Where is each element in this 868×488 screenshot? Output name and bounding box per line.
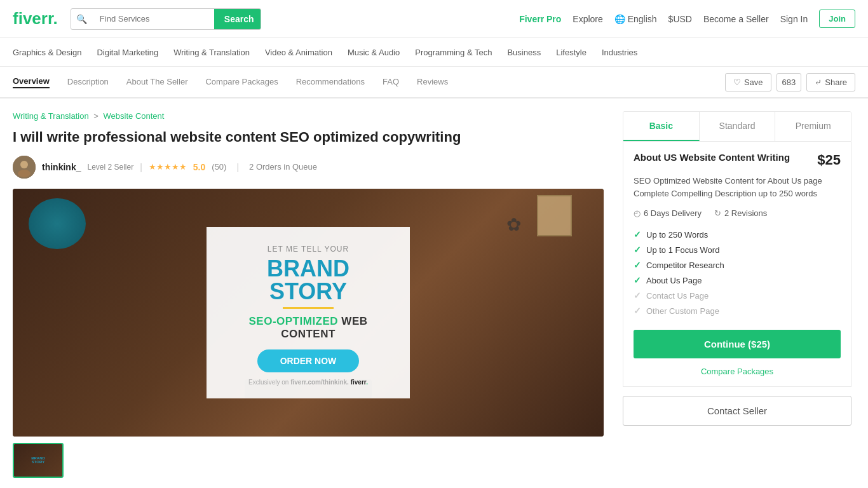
cat-writing[interactable]: Writing & Translation bbox=[173, 48, 250, 57]
package-header: About US Website Content Writing $25 bbox=[634, 152, 841, 168]
thumb-text-1: BRANDSTORY bbox=[31, 456, 45, 464]
rating-value: 5.0 bbox=[193, 162, 205, 172]
check-research: ✓ bbox=[634, 260, 641, 270]
cat-business[interactable]: Business bbox=[507, 48, 541, 57]
tab-premium[interactable]: Premium bbox=[775, 112, 851, 141]
seller-row: thinkink_ Level 2 Seller | ★★★★★ 5.0 (50… bbox=[13, 156, 604, 179]
feature-custom-label: Other Custom Page bbox=[646, 306, 719, 316]
logo-dot: . bbox=[53, 9, 58, 28]
join-button[interactable]: Join bbox=[819, 10, 855, 28]
explore-link[interactable]: Explore bbox=[573, 14, 602, 24]
gig-card-tagline: LET ME TELL YOUR bbox=[229, 245, 387, 254]
language-link[interactable]: 🌐 English bbox=[614, 14, 657, 24]
heart-icon: ♡ bbox=[733, 78, 741, 87]
breadcrumb: Writing & Translation > Website Content bbox=[13, 111, 604, 121]
feature-focus-label: Up to 1 Focus Word bbox=[646, 245, 719, 255]
feature-list: ✓ Up to 250 Words ✓ Up to 1 Focus Word ✓… bbox=[634, 227, 841, 318]
nav-recommendations[interactable]: Recommendations bbox=[296, 77, 365, 88]
gig-card-footer: Exclusively on fiverr.com/thinkink. five… bbox=[229, 379, 387, 386]
thumbnail-1[interactable]: BRANDSTORY bbox=[13, 443, 64, 478]
feature-contact-label: Contact Us Page bbox=[646, 291, 709, 301]
seller-name[interactable]: thinkink_ bbox=[42, 162, 81, 172]
gig-card-sub-text: SEO-OPTIMIZED WEB CONTENT bbox=[229, 315, 387, 341]
share-button[interactable]: ⤶ Share bbox=[806, 73, 855, 92]
share-icon: ⤶ bbox=[815, 78, 822, 87]
nav-reviews[interactable]: Reviews bbox=[417, 77, 448, 88]
package-name: About US Website Content Writing bbox=[634, 152, 790, 163]
fiverr-pro-link[interactable]: Fiverr Pro bbox=[519, 14, 561, 24]
star-icons: ★★★★★ bbox=[149, 162, 187, 172]
orders-queue: 2 Orders in Queue bbox=[249, 162, 317, 172]
cat-lifestyle[interactable]: Lifestyle bbox=[556, 48, 587, 57]
nav-overview[interactable]: Overview bbox=[13, 76, 50, 88]
breadcrumb-separator: > bbox=[93, 111, 98, 121]
breadcrumb-parent[interactable]: Writing & Translation bbox=[13, 111, 89, 121]
check-about: ✓ bbox=[634, 275, 641, 285]
logo-text: fiverr bbox=[13, 9, 53, 28]
top-nav: fiverr. 🔍 Search Fiverr Pro Explore 🌐 En… bbox=[0, 0, 868, 38]
delivery-info: ◴ 6 Days Delivery bbox=[634, 208, 702, 218]
page-nav-actions: ♡ Save 683 ⤶ Share bbox=[725, 73, 855, 92]
logo[interactable]: fiverr. bbox=[13, 9, 58, 29]
svg-point-2 bbox=[18, 170, 31, 177]
delivery-days: 6 Days Delivery bbox=[644, 208, 702, 218]
check-focus: ✓ bbox=[634, 245, 641, 255]
cat-video[interactable]: Video & Animation bbox=[265, 48, 332, 57]
avatar-image bbox=[13, 156, 36, 179]
search-button[interactable]: Search bbox=[214, 9, 261, 29]
check-custom: ✓ bbox=[634, 306, 641, 316]
become-seller-link[interactable]: Become a Seller bbox=[703, 14, 769, 24]
svg-point-1 bbox=[20, 161, 28, 168]
nav-faq[interactable]: FAQ bbox=[383, 77, 399, 88]
package-body: About US Website Content Writing $25 SEO… bbox=[623, 142, 851, 387]
continue-button[interactable]: Continue ($25) bbox=[634, 330, 841, 358]
gig-title: I will write professional website conten… bbox=[13, 128, 604, 147]
search-input[interactable] bbox=[92, 9, 214, 29]
gig-image-container: ✿ LET ME TELL YOUR BRAND STORY SEO-OPTIM… bbox=[13, 189, 604, 437]
bg-circle bbox=[29, 198, 86, 249]
cat-music[interactable]: Music & Audio bbox=[348, 48, 400, 57]
seller-avatar bbox=[13, 156, 36, 179]
compare-packages-link[interactable]: Compare Packages bbox=[701, 367, 773, 376]
nav-description[interactable]: Description bbox=[67, 77, 109, 88]
review-count: (50) bbox=[212, 162, 226, 172]
cat-digital[interactable]: Digital Marketing bbox=[97, 48, 158, 57]
gig-card-underline bbox=[283, 307, 334, 309]
package-tabs: Basic Standard Premium bbox=[623, 111, 851, 142]
package-meta: ◴ 6 Days Delivery ↻ 2 Revisions bbox=[634, 208, 841, 218]
gig-image-bg: ✿ LET ME TELL YOUR BRAND STORY SEO-OPTIM… bbox=[13, 189, 604, 437]
top-nav-links: Fiverr Pro Explore 🌐 English $USD Become… bbox=[519, 10, 855, 28]
search-bar: 🔍 Search bbox=[71, 8, 261, 30]
contact-seller-button[interactable]: Contact Seller bbox=[623, 396, 851, 426]
tab-standard[interactable]: Standard bbox=[700, 112, 776, 141]
seller-level: Level 2 Seller bbox=[87, 163, 133, 172]
save-button[interactable]: ♡ Save bbox=[725, 73, 771, 92]
divider: | bbox=[140, 162, 142, 172]
feature-about-label: About Us Page bbox=[646, 276, 702, 285]
feature-words: ✓ Up to 250 Words bbox=[634, 227, 841, 242]
divider-dot: | bbox=[236, 162, 239, 172]
gig-card-main-text: BRAND STORY bbox=[229, 257, 387, 303]
feature-words-label: Up to 250 Words bbox=[646, 230, 708, 240]
thumbnail-row: BRANDSTORY bbox=[13, 443, 604, 478]
save-label: Save bbox=[744, 78, 763, 87]
category-nav: Graphics & Design Digital Marketing Writ… bbox=[0, 38, 868, 67]
gig-card-order-btn[interactable]: ORDER NOW bbox=[257, 349, 360, 372]
nav-about-seller[interactable]: About The Seller bbox=[126, 77, 188, 88]
cat-programming[interactable]: Programming & Tech bbox=[415, 48, 492, 57]
cat-graphics[interactable]: Graphics & Design bbox=[13, 48, 81, 57]
package-description: SEO Optimized Website Content for About … bbox=[634, 175, 841, 200]
page-nav: Overview Description About The Seller Co… bbox=[0, 67, 868, 98]
sign-in-link[interactable]: Sign In bbox=[780, 14, 808, 24]
gig-card: LET ME TELL YOUR BRAND STORY SEO-OPTIMIZ… bbox=[207, 227, 410, 398]
feature-about: ✓ About Us Page bbox=[634, 273, 841, 288]
tab-basic[interactable]: Basic bbox=[623, 112, 700, 141]
currency-link[interactable]: $USD bbox=[668, 14, 692, 24]
compare-link: Compare Packages bbox=[634, 366, 841, 376]
bg-stamp bbox=[537, 195, 572, 236]
clock-icon: ◴ bbox=[634, 208, 641, 218]
breadcrumb-child[interactable]: Website Content bbox=[104, 111, 165, 121]
feature-research-label: Competitor Research bbox=[646, 261, 724, 270]
cat-industries[interactable]: Industries bbox=[602, 48, 637, 57]
nav-compare-packages[interactable]: Compare Packages bbox=[205, 77, 278, 88]
